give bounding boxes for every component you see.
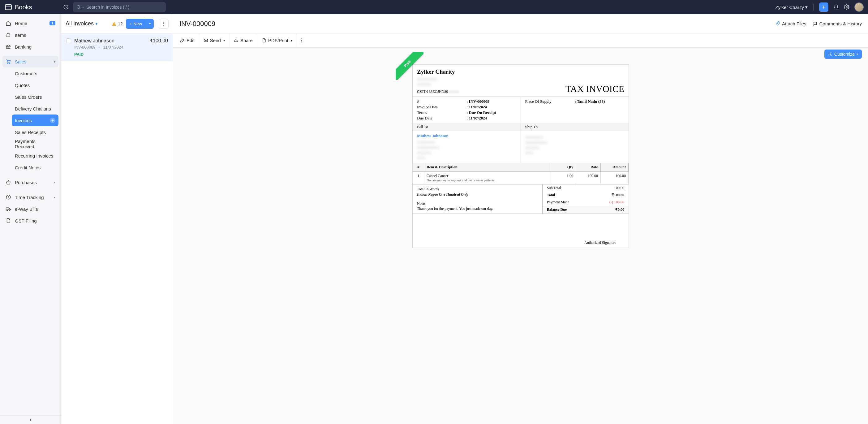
home-icon [6,21,11,26]
invoice-document: Zylker Charity xxxxxxxxxxxxxxxxx GSTIN 3… [412,64,629,248]
item-name: Cancel Cancer [427,174,549,178]
share-label: Share [240,38,253,43]
nav-invoices[interactable]: Invoices + [12,115,59,126]
meta-label-terms: Terms [417,110,466,115]
nav-credit-notes[interactable]: Credit Notes [12,161,59,173]
chevron-down-icon: ▾ [54,60,55,63]
nav-home[interactable]: Home 1 [2,17,59,29]
nav-invoices-label: Invoices [15,118,32,123]
search-input[interactable]: ▾ Search in Invoices ( / ) [73,2,166,12]
list-item-date: 11/07/2024 [103,45,123,50]
new-button[interactable]: + New [126,19,146,29]
nav-items[interactable]: Items [2,29,59,41]
list-item-customer: Mathew Johnason [74,38,147,43]
send-label: Send [210,38,221,43]
balance-value: ₹0.00 [615,207,624,212]
notifications-icon[interactable] [833,4,839,10]
comments-button[interactable]: Comments & History [812,21,862,26]
topbar-right: Zylker Charity ▾ [775,2,864,12]
invoice-company-name: Zylker Charity [417,68,565,75]
svg-point-3 [846,6,847,8]
bank-icon [6,44,11,50]
org-name-label: Zylker Charity [775,5,804,10]
total-label: Total [547,193,555,198]
nav-sales-orders[interactable]: Sales Orders [12,91,59,103]
mail-icon [204,38,208,43]
billto-name[interactable]: Mathew Johnason [417,133,516,138]
nav-purchases-label: Purchases [15,180,50,185]
list-item-amount: ₹100.00 [150,38,168,43]
billto-address-redacted: xxxxxxxxxxxxxxxxxxxxxxxxxxxxxxx [417,140,516,161]
invoice-list-item[interactable]: Mathew Johnason ₹100.00 INV-000009 • 11/… [61,33,173,61]
settings-icon[interactable] [844,4,849,10]
paid-ribbon-label: Paid [396,52,424,80]
shipto-address-redacted: xxxxxxxxxxxxxxxxxxxxxxxxxxxxxxx [525,134,625,156]
svg-point-2 [77,6,80,8]
search-icon [76,5,81,9]
nav-purchases[interactable]: Purchases ▸ [2,176,59,188]
chevron-right-icon: ▸ [54,181,55,184]
clock-icon [6,194,11,200]
separator: • [99,45,100,50]
meta-label-number: # [417,99,466,104]
detail-more-button[interactable] [297,33,307,48]
edit-button[interactable]: Edit [176,33,199,48]
paperclip-icon [775,21,780,26]
nav-sales[interactable]: Sales ▾ [2,56,59,67]
th-index: # [413,163,424,172]
chevron-down-icon: ▾ [291,39,292,42]
warning-count-label: 12 [118,21,123,26]
nav-home-badge: 1 [50,21,55,25]
user-avatar[interactable] [855,2,864,12]
nav-quotes[interactable]: Quotes [12,79,59,91]
gear-icon [828,52,832,56]
svg-point-13 [830,54,831,55]
add-invoice-icon[interactable]: + [50,118,55,123]
share-button[interactable]: Share [229,33,257,48]
org-switcher[interactable]: Zylker Charity ▾ [775,4,808,10]
list-filter-dropdown[interactable]: All Invoices ▾ [66,21,108,27]
meta-value-pos: Tamil Nadu (33) [575,99,605,104]
nav-delivery-challans[interactable]: Delivery Challans [12,103,59,115]
pdf-print-button[interactable]: PDF/Print ▾ [257,33,297,48]
bag-icon [6,32,11,38]
comments-label: Comments & History [819,21,862,26]
search-placeholder: Search in Invoices ( / ) [86,5,129,9]
notes-label: Notes [417,201,538,206]
detail-toolbar: Edit Send ▾ Share PDF/Print ▾ [173,33,868,48]
topbar: Books ▾ Search in Invoices ( / ) Zylker … [0,0,868,14]
invoice-heading: TAX INVOICE [565,84,624,94]
balance-label: Balance Due [547,207,567,212]
svg-point-9 [9,210,10,211]
attach-files-button[interactable]: Attach Files [775,21,806,26]
pencil-icon [180,38,185,43]
customize-button[interactable]: Customize ▾ [825,50,862,59]
svg-rect-11 [114,25,115,25]
warning-count[interactable]: 12 [112,21,123,26]
send-button[interactable]: Send ▾ [199,33,229,48]
nav-recurring-invoices[interactable]: Recurring Invoices [12,150,59,161]
nav-banking[interactable]: Banking [2,41,59,53]
attach-files-label: Attach Files [782,21,806,26]
list-header: All Invoices ▾ 12 + New ▾ [61,14,173,33]
payment-label: Payment Made [547,200,569,205]
notes-text: Thank you for the payment. You just made… [417,206,538,211]
list-item-checkbox[interactable] [66,38,71,43]
sidebar-collapse-button[interactable] [0,415,61,424]
meta-value-due: 11/07/2024 [466,116,487,121]
quick-create-button[interactable] [819,2,828,12]
new-button-dropdown[interactable]: ▾ [146,19,154,29]
invoice-items-table: # Item & Description Qty Rate Amount 1 [413,163,628,184]
recent-icon[interactable] [63,4,69,10]
shipto-header: Ship To [521,123,629,131]
nav-time-tracking[interactable]: Time Tracking ▸ [2,191,59,203]
app-logo[interactable]: Books [4,3,63,11]
nav-payments-received[interactable]: Payments Received [12,138,59,150]
search-scope-chevron-icon[interactable]: ▾ [82,6,84,9]
nav-customers[interactable]: Customers [12,67,59,79]
nav-sales-receipts[interactable]: Sales Receipts [12,126,59,138]
file-icon [6,218,11,223]
nav-eway-bills[interactable]: e-Way Bills [2,203,59,215]
list-more-button[interactable] [159,19,168,29]
nav-gst-filing[interactable]: GST Filing [2,215,59,226]
